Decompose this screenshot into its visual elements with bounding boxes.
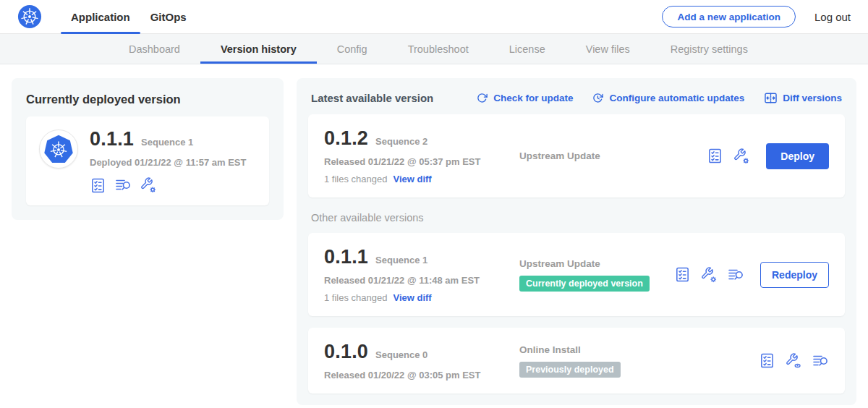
app-logo-icon bbox=[39, 129, 78, 169]
previously-deployed-badge: Previously deployed bbox=[519, 362, 621, 378]
diff-versions-label: Diff versions bbox=[783, 93, 842, 103]
schedule-update-icon bbox=[592, 93, 604, 104]
version-sequence: Sequence 2 bbox=[375, 136, 427, 147]
subnav-label: Config bbox=[337, 43, 367, 55]
check-for-update-link[interactable]: Check for update bbox=[477, 91, 573, 105]
released-timestamp: Released 01/21/22 @ 05:37 pm EST bbox=[324, 156, 511, 167]
version-row-0-1-1: 0.1.1 Sequence 1 Released 01/21/22 @ 11:… bbox=[308, 233, 845, 316]
version-source: Upstream Update bbox=[519, 258, 674, 269]
version-history-panel: Latest available version Check for updat… bbox=[297, 78, 856, 405]
subnav-tab-troubleshoot[interactable]: Troubleshoot bbox=[388, 34, 489, 64]
subnav-label: View files bbox=[586, 43, 630, 55]
deployed-version-card: 0.1.1 Sequence 1 Deployed 01/21/22 @ 11:… bbox=[26, 116, 269, 205]
release-notes-icon[interactable] bbox=[759, 352, 775, 369]
preflight-checks-icon[interactable] bbox=[114, 177, 132, 194]
version-sequence: Sequence 1 bbox=[375, 255, 427, 265]
subnav-label: Version history bbox=[221, 43, 297, 55]
refresh-icon bbox=[477, 93, 488, 104]
release-notes-icon[interactable] bbox=[90, 177, 106, 194]
logout-link[interactable]: Log out bbox=[814, 11, 851, 23]
deploy-button[interactable]: Deploy bbox=[766, 143, 829, 169]
preflight-checks-icon[interactable] bbox=[727, 266, 744, 284]
kubernetes-logo-icon bbox=[17, 0, 42, 33]
top-header: Application GitOps Add a new application… bbox=[0, 0, 868, 34]
files-changed: 1 files changed bbox=[324, 174, 387, 184]
subnav-tab-dashboard[interactable]: Dashboard bbox=[109, 34, 200, 64]
deployed-panel-title: Currently deployed version bbox=[26, 93, 269, 106]
app-subnav: Dashboard Version history Config Trouble… bbox=[0, 34, 868, 64]
deployed-sequence: Sequence 1 bbox=[141, 137, 193, 148]
check-for-update-label: Check for update bbox=[493, 93, 573, 103]
version-source: Online Install bbox=[519, 344, 759, 355]
tab-application-label: Application bbox=[71, 11, 130, 23]
view-diff-link[interactable]: View diff bbox=[393, 292, 431, 303]
preflight-checks-icon[interactable] bbox=[812, 352, 829, 370]
version-number: 0.1.0 bbox=[324, 341, 368, 363]
view-config-icon[interactable] bbox=[785, 352, 802, 370]
files-changed: 1 files changed bbox=[324, 292, 387, 303]
subnav-tab-view-files[interactable]: View files bbox=[566, 34, 650, 64]
subnav-label: Dashboard bbox=[129, 43, 180, 55]
release-notes-icon[interactable] bbox=[674, 266, 691, 283]
other-versions-title: Other available versions bbox=[311, 212, 842, 224]
redeploy-button[interactable]: Redeploy bbox=[760, 262, 829, 288]
diff-versions-link[interactable]: Diff versions bbox=[764, 91, 842, 105]
diff-icon bbox=[764, 91, 778, 105]
edit-config-icon[interactable] bbox=[140, 177, 157, 194]
tab-gitops-label: GitOps bbox=[150, 11, 187, 23]
currently-deployed-panel: Currently deployed version 0.1.1 Sequenc… bbox=[12, 78, 284, 220]
currently-deployed-badge: Currently deployed version bbox=[519, 276, 650, 292]
edit-config-icon[interactable] bbox=[700, 266, 718, 284]
subnav-tab-license[interactable]: License bbox=[489, 34, 566, 64]
version-number: 0.1.2 bbox=[324, 127, 368, 150]
version-number: 0.1.1 bbox=[324, 246, 368, 268]
tab-gitops[interactable]: GitOps bbox=[140, 0, 197, 33]
version-sequence: Sequence 0 bbox=[375, 349, 427, 360]
tab-application[interactable]: Application bbox=[61, 0, 140, 33]
version-row-0-1-0: 0.1.0 Sequence 0 Released 01/20/22 @ 03:… bbox=[308, 328, 845, 394]
release-notes-icon[interactable] bbox=[707, 148, 723, 164]
configure-automatic-updates-label: Configure automatic updates bbox=[609, 93, 744, 103]
released-timestamp: Released 01/20/22 @ 03:05 pm EST bbox=[324, 370, 511, 381]
header-tabs: Application GitOps bbox=[61, 0, 197, 33]
latest-available-title: Latest available version bbox=[311, 92, 433, 104]
add-application-button[interactable]: Add a new application bbox=[662, 6, 796, 27]
subnav-label: License bbox=[509, 43, 545, 55]
deployed-version-number: 0.1.1 bbox=[90, 128, 134, 150]
version-source: Upstream Update bbox=[519, 150, 707, 161]
configure-automatic-updates-link[interactable]: Configure automatic updates bbox=[592, 91, 744, 105]
deployed-timestamp: Deployed 01/21/22 @ 11:57 am EST bbox=[90, 157, 255, 168]
view-diff-link[interactable]: View diff bbox=[393, 174, 431, 184]
subnav-label: Troubleshoot bbox=[408, 43, 469, 55]
subnav-tab-registry-settings[interactable]: Registry settings bbox=[650, 34, 768, 64]
main-content: Currently deployed version 0.1.1 Sequenc… bbox=[0, 64, 868, 408]
subnav-label: Registry settings bbox=[671, 43, 748, 55]
version-row-0-1-2: 0.1.2 Sequence 2 Released 01/21/22 @ 05:… bbox=[308, 114, 845, 197]
subnav-tab-version-history[interactable]: Version history bbox=[200, 34, 317, 64]
subnav-tab-config[interactable]: Config bbox=[317, 34, 388, 64]
released-timestamp: Released 01/21/22 @ 11:48 am EST bbox=[324, 275, 511, 286]
edit-config-icon[interactable] bbox=[733, 148, 750, 165]
